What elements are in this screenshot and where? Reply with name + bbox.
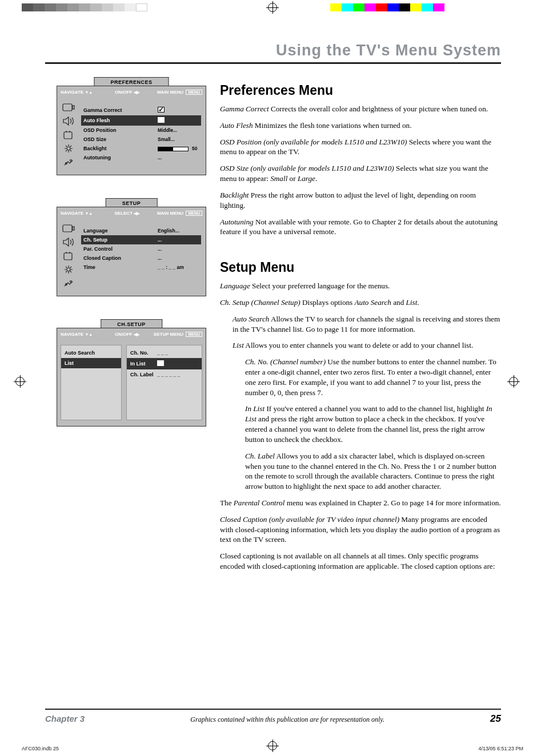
paragraph: OSD Size (only available for models L151… bbox=[220, 163, 501, 184]
paragraph: The Parental Control menu was explained … bbox=[220, 498, 501, 508]
paragraph: Auto Search Allows the TV to search for … bbox=[233, 314, 501, 335]
divider bbox=[45, 62, 501, 64]
osd-tab: SETUP bbox=[106, 198, 158, 207]
picture-icon bbox=[62, 223, 75, 234]
setup-icon bbox=[62, 156, 75, 168]
osd-row: Ch. No._ _ _ bbox=[127, 348, 202, 358]
osd-row: Autotuning... bbox=[81, 153, 201, 162]
settings-icon bbox=[62, 143, 75, 154]
svg-rect-7 bbox=[73, 227, 74, 230]
osd-icon-column bbox=[62, 223, 77, 289]
svg-rect-0 bbox=[63, 104, 72, 111]
timer-icon bbox=[62, 250, 75, 262]
footer-note: Graphics contained within this publicati… bbox=[85, 715, 490, 724]
paragraph: Ch. No. (Channel number) Use the number … bbox=[245, 357, 501, 397]
paragraph: OSD Position (only available for models … bbox=[220, 137, 501, 158]
picture-icon bbox=[62, 102, 75, 113]
print-filename: AFC030.indb 25 bbox=[22, 746, 59, 751]
paragraph: Ch. Label Allows you to add a six charac… bbox=[245, 451, 501, 492]
osd-chsetup: CH.SETUP NAVIGATE ▼▲ ON/OFF ◀▶ SETUP MEN… bbox=[57, 328, 206, 427]
paragraph: List Allows you to enter channels you wa… bbox=[233, 340, 501, 351]
color-bars-left bbox=[22, 3, 147, 11]
osd-row: Ch. Setup... bbox=[81, 235, 201, 244]
osd-icon-column bbox=[62, 102, 77, 168]
osd-row: List bbox=[61, 358, 121, 368]
osd-row: Backlight50 bbox=[81, 144, 201, 153]
paragraph: In List If you've entered a channel you … bbox=[245, 404, 501, 444]
osd-list: LanguageEnglish...Ch. Setup...Par. Contr… bbox=[81, 223, 201, 289]
page-footer: Chapter 3 Graphics contained within this… bbox=[45, 709, 501, 725]
sound-icon bbox=[62, 115, 75, 127]
osd-row: In List bbox=[127, 358, 202, 369]
svg-rect-1 bbox=[73, 106, 74, 109]
osd-row: Par. Control... bbox=[81, 244, 201, 254]
osd-preferences: PREFERENCES NAVIGATE ▼▲ ON/OFF ◀▶ MAIN M… bbox=[57, 86, 206, 175]
section-heading-setup: Setup Menu bbox=[220, 260, 501, 275]
paragraph: Backlight Press the right arrow button t… bbox=[220, 190, 501, 211]
registration-mark-icon bbox=[509, 377, 518, 386]
timer-icon bbox=[62, 129, 75, 140]
osd-tab: PREFERENCES bbox=[94, 77, 169, 86]
registration-mark-icon bbox=[268, 3, 277, 12]
osd-tab: CH.SETUP bbox=[101, 319, 162, 328]
print-timestamp: 4/13/05 6:51:23 PM bbox=[478, 746, 523, 751]
osd-list: Gamma CorrectAuto FleshOSD PositionMiddl… bbox=[81, 102, 201, 168]
paragraph: Ch. Setup (Channel Setup) Displays optio… bbox=[220, 297, 501, 308]
section-heading-preferences: Preferences Menu bbox=[220, 83, 501, 98]
osd-row: Ch. Label_ _ _ _ _ _ bbox=[127, 369, 202, 380]
paragraph: Autotuning Not available with your remot… bbox=[220, 217, 501, 238]
print-footer: AFC030.indb 25 4/13/05 6:51:23 PM bbox=[22, 746, 523, 751]
paragraph: Auto Flesh Minimizes the flesh tone vari… bbox=[220, 120, 501, 131]
osd-nav-bar: NAVIGATE ▼▲ ON/OFF ◀▶ MAIN MENU MENU bbox=[57, 86, 206, 98]
paragraph: Language Select your preferred language … bbox=[220, 281, 501, 291]
osd-row: Gamma Correct bbox=[81, 105, 201, 115]
registration-mark-icon bbox=[15, 377, 25, 386]
osd-pane-left: Auto SearchList bbox=[61, 345, 122, 420]
osd-nav-bar: NAVIGATE ▼▲ ON/OFF ◀▶ SETUP MENU MENU bbox=[57, 328, 206, 340]
osd-setup: SETUP NAVIGATE ▼▲ SELECT ◀▶ MAIN MENU ME… bbox=[57, 207, 206, 296]
svg-rect-2 bbox=[64, 132, 72, 139]
page-number: 25 bbox=[490, 713, 501, 725]
color-bars-right bbox=[319, 3, 456, 11]
osd-row: Auto Flesh bbox=[81, 115, 201, 126]
setup-icon bbox=[62, 278, 75, 289]
svg-rect-8 bbox=[64, 253, 72, 260]
svg-point-5 bbox=[70, 160, 72, 162]
osd-row: OSD SizeSmall... bbox=[81, 135, 201, 144]
page-title: Using the TV's Menu System bbox=[45, 42, 501, 59]
svg-point-9 bbox=[67, 268, 70, 271]
chapter-label: Chapter 3 bbox=[45, 714, 85, 723]
osd-row: OSD PositionMiddle... bbox=[81, 126, 201, 135]
paragraph: Closed captioning is not available on al… bbox=[220, 551, 501, 572]
divider bbox=[45, 709, 501, 710]
svg-point-11 bbox=[70, 281, 72, 283]
osd-nav-bar: NAVIGATE ▼▲ SELECT ◀▶ MAIN MENU MENU bbox=[57, 207, 206, 219]
osd-pane-right: Ch. No._ _ _In ListCh. Label_ _ _ _ _ _ bbox=[126, 345, 202, 420]
osd-row: Closed Caption... bbox=[81, 254, 201, 263]
osd-row: LanguageEnglish... bbox=[81, 226, 201, 235]
paragraph: Gamma Correct Corrects the overall color… bbox=[220, 104, 501, 114]
paragraph: Closed Caption (only available for TV vi… bbox=[220, 514, 501, 545]
osd-row: Time_ _ : _ _ am bbox=[81, 263, 201, 272]
settings-icon bbox=[62, 264, 75, 275]
osd-row: Auto Search bbox=[61, 348, 121, 358]
svg-rect-6 bbox=[63, 225, 72, 232]
svg-point-3 bbox=[67, 147, 70, 150]
sound-icon bbox=[62, 236, 75, 248]
